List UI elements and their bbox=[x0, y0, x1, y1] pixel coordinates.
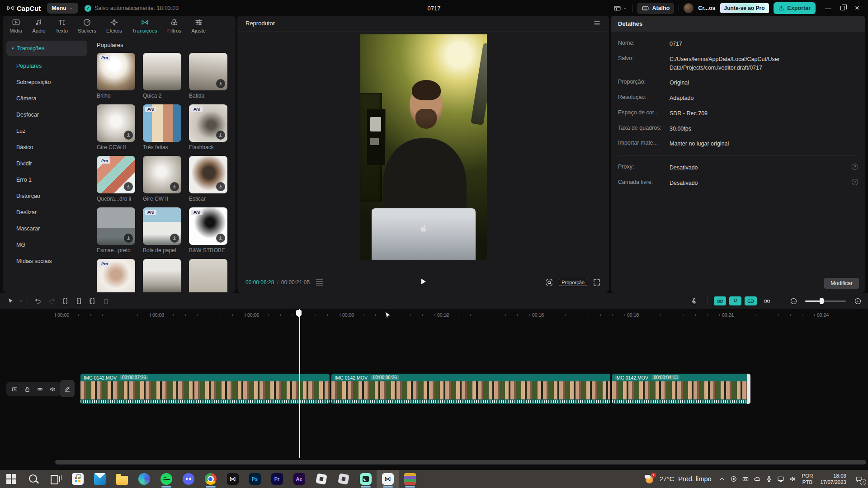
export-button[interactable]: Exportar bbox=[774, 2, 816, 14]
transition-thumbnail[interactable]: Pro bbox=[143, 104, 181, 142]
split-left-button[interactable] bbox=[72, 294, 85, 308]
app-icon[interactable] bbox=[354, 470, 377, 488]
timeline-clip[interactable]: IMG 0142.MOV 00:00:08:26 bbox=[331, 374, 610, 404]
delete-button[interactable] bbox=[99, 294, 113, 308]
sidebar-item[interactable]: MG bbox=[6, 237, 87, 253]
minimize-button[interactable]: — bbox=[822, 2, 835, 14]
tray-expand-button[interactable] bbox=[716, 470, 728, 488]
sidebar-item[interactable]: Distorção bbox=[6, 188, 87, 204]
transition-thumbnail[interactable]: Pro bbox=[97, 156, 135, 193]
discord-icon[interactable] bbox=[177, 470, 199, 488]
winrar-icon[interactable] bbox=[399, 470, 421, 488]
timeline-clip[interactable]: IMG 0142.MOV 00:00:04:13 bbox=[612, 374, 750, 404]
transition-thumbnail[interactable] bbox=[143, 53, 181, 90]
sidebar-item[interactable]: Sobreposição bbox=[6, 74, 87, 90]
transition-item[interactable]: Pro Quebra...dro ii bbox=[97, 156, 135, 202]
notification-center-button[interactable]: 7 bbox=[850, 470, 868, 488]
split-right-button[interactable] bbox=[85, 294, 99, 308]
unlink-button[interactable] bbox=[760, 294, 774, 308]
transition-item[interactable]: Gire CW II bbox=[143, 156, 181, 202]
redo-button[interactable] bbox=[45, 294, 58, 308]
close-button[interactable]: × bbox=[851, 2, 863, 14]
menu-button[interactable]: Menu bbox=[47, 3, 78, 14]
media-tab[interactable]: Áudio bbox=[27, 16, 50, 35]
spotify-icon[interactable] bbox=[155, 470, 177, 488]
after-effects-icon[interactable]: Ae bbox=[288, 470, 310, 488]
transition-thumbnail[interactable] bbox=[97, 207, 135, 245]
snapshot-icon[interactable] bbox=[545, 278, 553, 286]
ratio-button[interactable]: Proporção bbox=[559, 279, 587, 286]
timeline-zoom-slider[interactable] bbox=[805, 298, 846, 304]
mail-icon[interactable] bbox=[89, 470, 111, 488]
transition-thumbnail[interactable] bbox=[189, 53, 227, 90]
microsoft-store-icon[interactable] bbox=[66, 470, 89, 488]
premiere-icon[interactable]: Pr bbox=[266, 470, 288, 488]
sidebar-item[interactable]: Dividir bbox=[6, 155, 87, 172]
search-icon[interactable] bbox=[22, 470, 44, 488]
restore-button[interactable] bbox=[836, 2, 849, 14]
transition-thumbnail[interactable]: Pro bbox=[143, 207, 181, 245]
sidebar-item[interactable]: Desfocar bbox=[6, 107, 87, 123]
fullscreen-icon[interactable] bbox=[593, 278, 601, 286]
transition-item[interactable]: Pro Brilho bbox=[97, 53, 135, 99]
transition-thumbnail[interactable] bbox=[143, 156, 181, 193]
transition-item[interactable]: Esticar bbox=[189, 156, 227, 202]
media-tab[interactable]: Efeitos bbox=[101, 16, 127, 35]
chrome-icon[interactable] bbox=[199, 470, 222, 488]
magnetic-snap-toggle[interactable] bbox=[729, 296, 741, 305]
capcut-icon[interactable]: ⋈ bbox=[377, 470, 399, 488]
transition-thumbnail[interactable]: Pro bbox=[189, 104, 227, 142]
capcut-icon[interactable]: ⋈ bbox=[222, 470, 244, 488]
transition-thumbnail[interactable]: Pro bbox=[97, 259, 135, 292]
transition-item[interactable]: Pro bbox=[97, 259, 135, 292]
transition-thumbnail[interactable] bbox=[189, 156, 227, 193]
transition-thumbnail[interactable]: Pro bbox=[97, 53, 135, 90]
edit-cover-button[interactable] bbox=[60, 380, 75, 397]
transition-item[interactable]: Pro Três fatias bbox=[143, 104, 181, 150]
media-tab[interactable]: Texto bbox=[51, 16, 73, 35]
modify-button[interactable]: Modificar bbox=[824, 278, 859, 289]
split-button[interactable] bbox=[58, 294, 72, 308]
transition-item[interactable]: Pro Bola de papel bbox=[143, 207, 181, 253]
microphone-tray-icon[interactable] bbox=[763, 470, 775, 488]
transition-item[interactable]: Batida bbox=[189, 53, 227, 99]
windows-start-icon[interactable] bbox=[0, 470, 22, 488]
mute-track-button[interactable] bbox=[47, 384, 58, 394]
sidebar-item-transicoes[interactable]: ▾ Transições bbox=[6, 41, 87, 56]
slider-handle[interactable] bbox=[820, 298, 824, 304]
avatar[interactable] bbox=[684, 3, 693, 13]
transition-item[interactable]: Pro B&W STROBE bbox=[189, 207, 227, 253]
transition-thumbnail[interactable] bbox=[143, 259, 181, 292]
sidebar-item[interactable]: Câmera bbox=[6, 90, 87, 107]
weather-widget[interactable]: 1 27°C Pred. limpo bbox=[640, 470, 716, 488]
sidebar-item[interactable]: Básico bbox=[6, 139, 87, 155]
onedrive-tray-icon[interactable] bbox=[751, 470, 763, 488]
help-icon[interactable]: ? bbox=[852, 164, 858, 170]
task-view-icon[interactable] bbox=[44, 470, 66, 488]
join-pro-button[interactable]: Junte-se ao Pro bbox=[720, 3, 769, 13]
transition-item[interactable] bbox=[143, 259, 181, 292]
playhead-line[interactable] bbox=[299, 309, 300, 458]
undo-button[interactable] bbox=[31, 294, 45, 308]
transition-item[interactable]: Gire CCW II bbox=[97, 104, 135, 150]
volume-tray-icon[interactable] bbox=[787, 470, 798, 488]
lock-track-button[interactable] bbox=[22, 384, 33, 394]
photoshop-icon[interactable]: Ps bbox=[244, 470, 266, 488]
language-indicator[interactable]: POR PTB bbox=[798, 473, 817, 485]
sidebar-item[interactable]: Erro 1 bbox=[6, 172, 87, 188]
play-button[interactable] bbox=[419, 277, 428, 288]
select-tool-button[interactable] bbox=[4, 294, 17, 308]
record-voiceover-button[interactable] bbox=[687, 294, 701, 308]
sidebar-item[interactable]: Mascarar bbox=[6, 221, 87, 237]
player-menu-icon[interactable] bbox=[593, 19, 601, 27]
help-icon[interactable]: ? bbox=[852, 179, 858, 185]
sidebar-item[interactable]: Mídias sociais bbox=[6, 253, 87, 269]
roblox-studio-icon[interactable] bbox=[332, 470, 354, 488]
timeline-scrollbar[interactable] bbox=[55, 460, 866, 465]
media-tab[interactable]: Ajuste bbox=[186, 16, 211, 35]
sidebar-item[interactable]: Deslizar bbox=[6, 204, 87, 221]
layout-switch-button[interactable] bbox=[613, 5, 627, 12]
transition-item[interactable]: Esmae...preto bbox=[97, 207, 135, 253]
sidebar-item[interactable]: Populares bbox=[6, 58, 87, 74]
media-tab[interactable]: Stickers bbox=[73, 16, 101, 35]
